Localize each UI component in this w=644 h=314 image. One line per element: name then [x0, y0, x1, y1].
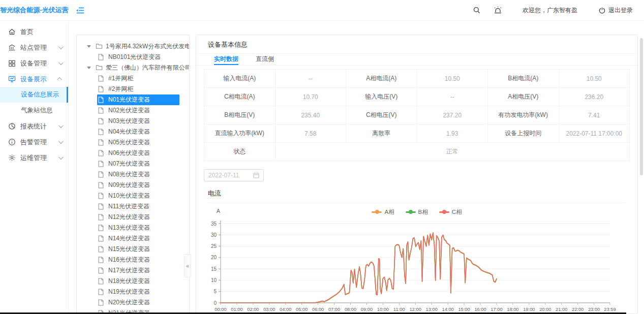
svg-text:12:00: 12:00 — [410, 307, 421, 312]
tree-device-node[interactable]: N02光伏逆变器 — [77, 105, 189, 116]
tree-device-node[interactable]: N16光伏逆变器 — [77, 255, 189, 265]
tree-node-label: N19光伏逆变器 — [108, 288, 150, 296]
date-picker[interactable]: 2022-07-11 — [204, 169, 264, 181]
sidebar-item-label: 设备管理 — [20, 59, 58, 68]
info-label: B相电压(V) — [204, 106, 275, 124]
tree-station-1[interactable]: 爱三（佛山）汽车部件有限公司光伏发 — [77, 62, 189, 73]
device-info-panel: 设备基本信息 实时数据 直流侧 输入电流(A)--A相电流(A)10.50B相电… — [196, 35, 638, 314]
tree-device-node[interactable]: N18光伏逆变器 — [77, 276, 189, 287]
file-icon — [98, 171, 105, 178]
tree-device-node[interactable]: NB0101光伏逆变器 — [77, 52, 189, 62]
svg-text:5: 5 — [213, 289, 217, 294]
tree-node-label: NB0101光伏逆变器 — [108, 53, 161, 61]
svg-text:15:00: 15:00 — [458, 307, 470, 312]
tree-device-node[interactable]: N10光伏逆变器 — [77, 191, 189, 201]
sidebar-item-label: 告警管理 — [20, 138, 58, 147]
sidebar-item-4[interactable]: 报表统计 — [0, 118, 68, 134]
info-label: C相电流(A) — [204, 88, 275, 106]
file-icon — [98, 235, 105, 242]
legend-item-C相[interactable]: C相 — [439, 208, 462, 216]
tree-node-label: #2并网柜 — [108, 85, 133, 93]
file-icon — [98, 299, 105, 306]
chart-container: 0510152025303500:0001:0002:0003:0004:000… — [199, 217, 637, 314]
svg-text:18:00: 18:00 — [507, 307, 518, 312]
svg-text:10:00: 10:00 — [377, 307, 389, 312]
sidebar-item-2[interactable]: 设备管理 — [0, 55, 68, 71]
sidebar-item-0[interactable]: 首页 — [0, 24, 68, 40]
logout-button[interactable]: 退出登录 — [599, 6, 633, 15]
tab-realtime-data[interactable]: 实时数据 — [214, 54, 238, 65]
tree-node-label: #1并网柜 — [108, 74, 133, 83]
tree-device-node[interactable]: N07光伏逆变器 — [77, 159, 189, 169]
tree-device-node[interactable]: N06光伏逆变器 — [77, 148, 189, 159]
legend-marker-icon — [372, 211, 382, 213]
info-value: 10.50 — [417, 70, 488, 88]
sidebar-subitem-0[interactable]: 设备信息展示 — [0, 87, 68, 103]
tree-device-node[interactable]: N09光伏逆变器 — [77, 180, 189, 191]
vertical-scrollbar[interactable] — [640, 38, 643, 175]
legend-item-A相[interactable]: A相 — [372, 208, 394, 216]
tree-device-node[interactable]: #1并网柜 — [77, 73, 189, 84]
tree-device-node[interactable]: N01光伏逆变器 — [77, 95, 189, 105]
svg-text:00:00: 00:00 — [214, 307, 226, 312]
sidebar-subitem-1[interactable]: 气象站信息 — [0, 103, 68, 118]
tree-device-node[interactable]: N13光伏逆变器 — [77, 223, 189, 233]
folder-icon — [96, 43, 103, 50]
site-icon — [8, 44, 16, 51]
display-icon — [8, 75, 16, 83]
svg-text:0: 0 — [213, 300, 217, 306]
tab-dc-side[interactable]: 直流侧 — [256, 54, 274, 65]
tree-device-node[interactable]: N20光伏逆变器 — [77, 297, 189, 308]
svg-text:35: 35 — [211, 221, 217, 227]
tree-collapse-handle[interactable]: « — [184, 254, 191, 277]
current-line-chart: 0510152025303500:0001:0002:0003:0004:000… — [199, 217, 635, 314]
info-value: 237.20 — [417, 106, 488, 124]
sidebar-item-3[interactable]: 设备展示 — [0, 71, 68, 87]
file-icon — [98, 182, 105, 189]
panel-title: 设备基本信息 — [196, 35, 637, 54]
caret-down-icon — [87, 45, 91, 48]
svg-text:01:00: 01:00 — [231, 307, 242, 312]
info-value: 10.70 — [275, 88, 347, 106]
tree-device-node[interactable]: N15光伏逆变器 — [77, 244, 189, 255]
sidebar-item-1[interactable]: 站点管理 — [0, 40, 68, 55]
tree-device-node[interactable]: N04光伏逆变器 — [77, 127, 189, 137]
legend-label: A相 — [384, 208, 394, 216]
legend-item-B相[interactable]: B相 — [406, 208, 428, 216]
file-icon — [98, 54, 105, 61]
legend-label: B相 — [418, 208, 428, 216]
info-value: -- — [417, 88, 488, 106]
tree-device-node[interactable]: N12光伏逆变器 — [77, 212, 189, 223]
menu-fold-icon[interactable] — [76, 7, 84, 14]
tree-device-node[interactable]: N17光伏逆变器 — [77, 265, 189, 276]
info-label: 有功发电功率(kW) — [488, 106, 559, 124]
tree-device-node[interactable]: N11光伏逆变器 — [77, 201, 189, 212]
info-label: B相电流(A) — [488, 70, 559, 88]
file-icon — [98, 225, 105, 232]
tree-station-0[interactable]: 1号家用4.32kW分布式光伏发电站 — [77, 41, 189, 52]
tree-device-node[interactable]: N08光伏逆变器 — [77, 169, 189, 180]
tree-node-label: N01光伏逆变器 — [108, 96, 150, 104]
info-label: C相电压(V) — [346, 106, 417, 124]
search-icon[interactable] — [473, 7, 480, 14]
tree-device-node[interactable]: N05光伏逆变器 — [77, 137, 189, 148]
tree-device-node[interactable]: N03光伏逆变器 — [77, 116, 189, 127]
info-label: 离散率 — [346, 124, 417, 143]
sidebar-item-label: 报表统计 — [20, 122, 58, 131]
sidebar-item-6[interactable]: 运维管理 — [0, 150, 68, 166]
sidebar-item-5[interactable]: 告警管理 — [0, 134, 68, 150]
svg-text:25: 25 — [211, 243, 217, 249]
tree-device-node[interactable]: N14光伏逆变器 — [77, 233, 189, 244]
tree-device-node[interactable]: #2并网柜 — [77, 84, 189, 95]
tree-node-label: N14光伏逆变器 — [108, 234, 150, 243]
device-tree: 1号家用4.32kW分布式光伏发电站NB0101光伏逆变器爱三（佛山）汽车部件有… — [76, 35, 190, 314]
svg-text:03:00: 03:00 — [263, 307, 275, 312]
sidebar-item-label: 设备展示 — [20, 75, 58, 84]
svg-text:10: 10 — [211, 277, 217, 283]
file-icon — [98, 257, 105, 264]
svg-text:19:00: 19:00 — [523, 307, 535, 312]
home-icon — [8, 28, 16, 36]
tree-node-label: N15光伏逆变器 — [108, 245, 150, 254]
tree-device-node[interactable]: N19光伏逆变器 — [77, 287, 189, 297]
alarm-icon[interactable] — [494, 6, 502, 14]
